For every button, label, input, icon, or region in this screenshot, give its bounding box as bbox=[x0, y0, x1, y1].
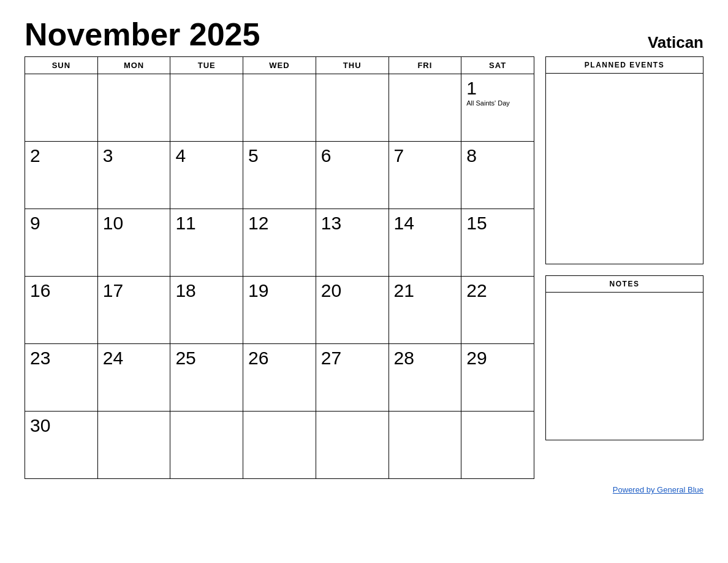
calendar-week-row: 1All Saints' Day bbox=[25, 74, 534, 142]
calendar-day-cell: 25 bbox=[170, 344, 243, 412]
day-number: 28 bbox=[394, 348, 457, 368]
calendar-day-cell: 21 bbox=[389, 277, 461, 344]
calendar-day-cell: 29 bbox=[461, 344, 534, 412]
calendar-day-cell bbox=[389, 412, 461, 479]
day-number: 8 bbox=[466, 145, 529, 166]
notes-content bbox=[546, 293, 703, 440]
calendar-day-cell: 27 bbox=[316, 344, 389, 412]
day-number: 14 bbox=[394, 213, 457, 233]
calendar-day-cell: 24 bbox=[97, 344, 170, 412]
planned-events-box: PLANNED EVENTS bbox=[545, 56, 703, 264]
weekday-header-thu: THU bbox=[316, 57, 389, 74]
calendar-day-cell: 6 bbox=[316, 142, 389, 209]
calendar-section: SUNMONTUEWEDTHUFRISAT 1All Saints' Day23… bbox=[25, 56, 534, 479]
calendar-day-cell: 17 bbox=[97, 277, 170, 344]
calendar-week-row: 16171819202122 bbox=[25, 277, 534, 344]
calendar-day-cell: 22 bbox=[461, 277, 534, 344]
calendar-day-cell: 28 bbox=[389, 344, 461, 412]
notes-header: NOTES bbox=[546, 276, 703, 293]
day-number: 25 bbox=[175, 348, 238, 368]
calendar-day-cell: 10 bbox=[97, 209, 170, 277]
day-number: 21 bbox=[394, 280, 457, 301]
day-number: 19 bbox=[248, 280, 311, 301]
day-number: 26 bbox=[248, 348, 311, 368]
weekday-header-wed: WED bbox=[243, 57, 316, 74]
weekday-header-sun: SUN bbox=[25, 57, 98, 74]
main-layout: SUNMONTUEWEDTHUFRISAT 1All Saints' Day23… bbox=[25, 56, 703, 479]
calendar-day-cell: 1All Saints' Day bbox=[461, 74, 534, 142]
calendar-day-cell: 30 bbox=[25, 412, 98, 479]
calendar-day-cell: 26 bbox=[243, 344, 316, 412]
day-number: 16 bbox=[30, 280, 93, 301]
calendar-day-cell: 3 bbox=[97, 142, 170, 209]
calendar-day-cell bbox=[316, 412, 389, 479]
day-number: 9 bbox=[30, 213, 93, 233]
weekday-header-sat: SAT bbox=[461, 57, 534, 74]
calendar-day-cell bbox=[461, 412, 534, 479]
month-year-title: November 2025 bbox=[25, 18, 260, 50]
calendar-day-cell: 18 bbox=[170, 277, 243, 344]
calendar-day-cell bbox=[170, 74, 243, 142]
calendar-table: SUNMONTUEWEDTHUFRISAT 1All Saints' Day23… bbox=[25, 56, 534, 479]
calendar-day-cell bbox=[25, 74, 98, 142]
day-number: 6 bbox=[321, 145, 384, 166]
calendar-day-cell: 19 bbox=[243, 277, 316, 344]
day-number: 22 bbox=[466, 280, 529, 301]
calendar-day-cell: 23 bbox=[25, 344, 98, 412]
day-number: 11 bbox=[175, 213, 238, 233]
calendar-day-cell: 2 bbox=[25, 142, 98, 209]
day-number: 18 bbox=[175, 280, 238, 301]
footer: Powered by General Blue bbox=[25, 485, 703, 494]
sidebar: PLANNED EVENTS NOTES bbox=[545, 56, 703, 440]
calendar-day-cell: 7 bbox=[389, 142, 461, 209]
day-number: 29 bbox=[466, 348, 529, 368]
country-title: Vatican bbox=[648, 34, 703, 50]
day-number: 12 bbox=[248, 213, 311, 233]
day-number: 10 bbox=[103, 213, 165, 233]
day-number: 4 bbox=[175, 145, 238, 166]
day-number: 2 bbox=[30, 145, 93, 166]
calendar-day-cell: 9 bbox=[25, 209, 98, 277]
calendar-day-cell: 15 bbox=[461, 209, 534, 277]
weekday-header-tue: TUE bbox=[170, 57, 243, 74]
calendar-week-row: 9101112131415 bbox=[25, 209, 534, 277]
calendar-week-row: 2345678 bbox=[25, 142, 534, 209]
calendar-week-row: 30 bbox=[25, 412, 534, 479]
day-number: 17 bbox=[103, 280, 165, 301]
notes-box: NOTES bbox=[545, 275, 703, 440]
weekday-header-mon: MON bbox=[97, 57, 170, 74]
calendar-day-cell bbox=[389, 74, 461, 142]
day-number: 13 bbox=[321, 213, 384, 233]
calendar-day-cell: 11 bbox=[170, 209, 243, 277]
weekday-header-fri: FRI bbox=[389, 57, 461, 74]
calendar-day-cell: 4 bbox=[170, 142, 243, 209]
planned-events-header: PLANNED EVENTS bbox=[546, 57, 703, 74]
calendar-day-cell: 16 bbox=[25, 277, 98, 344]
calendar-day-cell bbox=[243, 412, 316, 479]
day-number: 15 bbox=[466, 213, 529, 233]
calendar-day-cell bbox=[243, 74, 316, 142]
day-number: 5 bbox=[248, 145, 311, 166]
holiday-label: All Saints' Day bbox=[466, 99, 529, 107]
calendar-day-cell bbox=[97, 74, 170, 142]
day-number: 1 bbox=[466, 78, 529, 98]
day-number: 3 bbox=[103, 145, 165, 166]
calendar-week-row: 23242526272829 bbox=[25, 344, 534, 412]
calendar-day-cell: 14 bbox=[389, 209, 461, 277]
powered-by-link[interactable]: Powered by General Blue bbox=[613, 485, 703, 494]
day-number: 27 bbox=[321, 348, 384, 368]
calendar-day-cell bbox=[97, 412, 170, 479]
calendar-day-cell bbox=[316, 74, 389, 142]
calendar-day-cell: 13 bbox=[316, 209, 389, 277]
weekday-header-row: SUNMONTUEWEDTHUFRISAT bbox=[25, 57, 534, 74]
page-header: November 2025 Vatican bbox=[25, 18, 703, 50]
day-number: 23 bbox=[30, 348, 93, 368]
day-number: 20 bbox=[321, 280, 384, 301]
calendar-day-cell bbox=[170, 412, 243, 479]
day-number: 7 bbox=[394, 145, 457, 166]
calendar-day-cell: 12 bbox=[243, 209, 316, 277]
planned-events-content bbox=[546, 74, 703, 264]
calendar-day-cell: 20 bbox=[316, 277, 389, 344]
calendar-day-cell: 5 bbox=[243, 142, 316, 209]
calendar-day-cell: 8 bbox=[461, 142, 534, 209]
